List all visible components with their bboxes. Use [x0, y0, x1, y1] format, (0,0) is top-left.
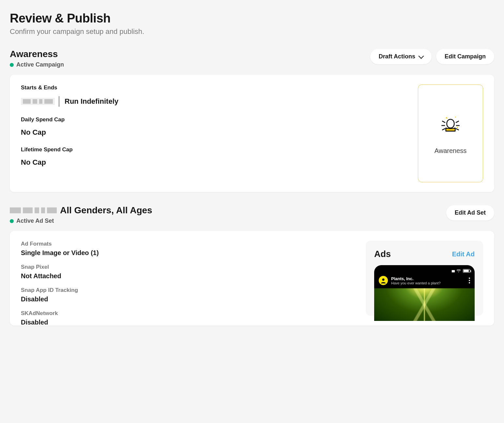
divider-icon: [59, 96, 59, 107]
campaign-status-label: Active Campaign: [16, 61, 64, 68]
adset-summary-card: Ad Formats Single Image or Video (1) Sna…: [10, 231, 494, 325]
signal-icon: [451, 269, 454, 273]
campaign-name: Awareness: [10, 49, 64, 59]
objective-label: Awareness: [435, 147, 467, 155]
skadnetwork-label: SKAdNetwork: [21, 310, 356, 317]
more-icon[interactable]: [469, 278, 470, 283]
wifi-icon: [456, 269, 461, 273]
starts-ends-value: Run Indefinitely: [65, 97, 118, 106]
svg-point-6: [457, 127, 458, 128]
daily-cap-value: No Cap: [21, 128, 408, 137]
edit-campaign-button[interactable]: Edit Campaign: [436, 49, 494, 64]
svg-point-8: [382, 279, 384, 281]
status-dot-icon: [10, 219, 14, 223]
page-title: Review & Publish: [10, 11, 494, 25]
adset-status: Active Ad Set: [10, 218, 152, 224]
lifetime-cap-value: No Cap: [21, 158, 408, 167]
ad-formats-value: Single Image or Video (1): [21, 249, 356, 257]
edit-ad-link[interactable]: Edit Ad: [452, 250, 475, 258]
app-id-tracking-label: Snap App ID Tracking: [21, 287, 356, 294]
campaign-status: Active Campaign: [10, 61, 64, 68]
svg-line-3: [456, 121, 459, 122]
lifetime-cap-label: Lifetime Spend Cap: [21, 146, 408, 153]
ads-title: Ads: [374, 249, 391, 259]
avatar: [379, 276, 388, 285]
draft-actions-label: Draft Actions: [379, 53, 415, 60]
ad-formats-label: Ad Formats: [21, 241, 356, 247]
campaign-header: Awareness Active Campaign Draft Actions …: [10, 49, 494, 68]
snap-pixel-label: Snap Pixel: [21, 264, 356, 270]
snap-pixel-value: Not Attached: [21, 272, 356, 280]
phone-status-bar: [374, 265, 475, 275]
page-subtitle: Confirm your campaign setup and publish.: [10, 27, 494, 36]
adset-header: All Genders, All Ages Active Ad Set Edit…: [10, 205, 494, 224]
svg-point-7: [458, 271, 459, 272]
daily-cap-label: Daily Spend Cap: [21, 116, 408, 123]
starts-ends-label: Starts & Ends: [21, 84, 408, 91]
awareness-icon: [438, 113, 463, 137]
svg-line-2: [442, 128, 445, 130]
svg-line-0: [442, 121, 445, 122]
ad-preview: Plants, Inc. Have you ever wanted a plan…: [374, 265, 475, 321]
status-dot-icon: [10, 63, 14, 67]
svg-line-5: [456, 128, 459, 130]
ad-brand: Plants, Inc.: [391, 276, 466, 281]
adset-title: All Genders, All Ages: [60, 205, 152, 216]
objective-card[interactable]: Awareness: [418, 84, 483, 182]
adset-status-label: Active Ad Set: [16, 218, 54, 224]
ad-tagline: Have you ever wanted a plant?: [391, 281, 466, 285]
ad-creative-image: [374, 288, 475, 321]
redacted-adset-prefix: [10, 207, 57, 213]
ads-panel: Ads Edit Ad Plants, Inc. Have you ever w…: [366, 241, 483, 316]
edit-adset-button[interactable]: Edit Ad Set: [446, 205, 494, 220]
chevron-down-icon: [418, 53, 424, 59]
redacted-date: [21, 98, 55, 105]
campaign-summary-card: Starts & Ends Run Indefinitely Daily Spe…: [10, 75, 494, 192]
skadnetwork-value: Disabled: [21, 319, 356, 325]
draft-actions-button[interactable]: Draft Actions: [370, 49, 432, 64]
app-id-tracking-value: Disabled: [21, 295, 356, 303]
battery-icon: [463, 269, 470, 273]
